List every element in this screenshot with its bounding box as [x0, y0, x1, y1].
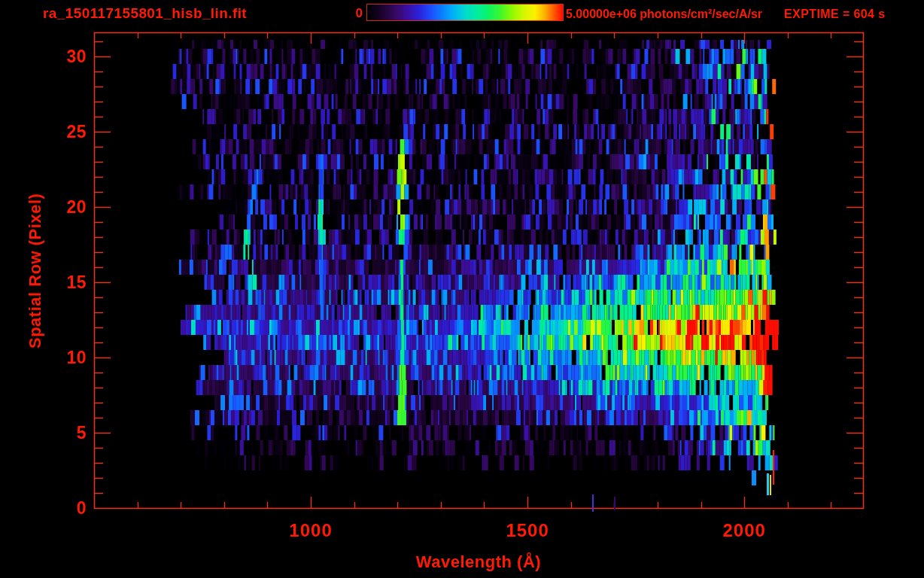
- y-tick-label: 10: [41, 348, 87, 367]
- colorbar-gradient: [366, 4, 564, 21]
- y-tick-label: 20: [41, 197, 87, 217]
- x-tick-label: 1500: [475, 520, 580, 541]
- y-tick-label: 25: [41, 122, 87, 141]
- x-axis-title: Wavelength (Å): [366, 552, 591, 572]
- plot-axes: [0, 0, 924, 578]
- exptime-label: EXPTIME = 604 s: [784, 8, 886, 21]
- y-tick-label: 15: [41, 272, 87, 292]
- colorbar-min-label: 0: [330, 6, 363, 21]
- y-tick-label: 5: [41, 423, 87, 443]
- x-tick-label: 1000: [258, 520, 363, 541]
- plot-title: ra_150117155801_hisb_lin.fit: [43, 5, 247, 22]
- y-tick-label: 0: [41, 498, 87, 518]
- spectrogram-plot-window: ra_150117155801_hisb_lin.fit 0 5.00000e+…: [0, 0, 924, 578]
- y-tick-label: 30: [41, 47, 87, 66]
- x-tick-label: 2000: [691, 520, 797, 541]
- colorbar-max-label: 5.00000e+06 photons/cm²/sec/A/sr: [566, 8, 762, 21]
